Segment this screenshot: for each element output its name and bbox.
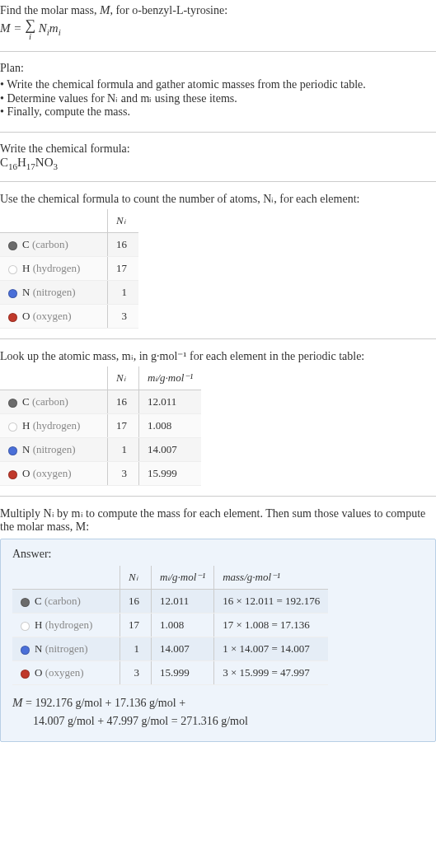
answer-table: Nᵢ mᵢ/g·mol⁻¹ mass/g·mol⁻¹ C (carbon)161… (12, 566, 328, 685)
count-atoms-section: Use the chemical formula to count the nu… (0, 189, 436, 332)
cell-n: 1 (108, 281, 139, 305)
element-dot-icon (8, 313, 17, 322)
lookup-mass-section: Look up the atomic mass, mᵢ, in g·mol⁻¹ … (0, 346, 436, 489)
element-dot-icon (8, 289, 17, 298)
table-row: O (oxygen)315.9993 × 15.999 = 47.997 (12, 661, 328, 685)
table-row: N (nitrogen)114.007 (0, 438, 201, 462)
plan-list: Write the chemical formula and gather at… (0, 78, 436, 119)
col-mass: mass/g·mol⁻¹ (214, 566, 329, 590)
cell-n: 17 (120, 614, 152, 637)
element-name: (hydrogen) (45, 618, 93, 631)
table-row: N (nitrogen)1 (0, 281, 138, 305)
lookup-mass-title: Look up the atomic mass, mᵢ, in g·mol⁻¹ … (0, 349, 436, 363)
col-m: mᵢ/g·mol⁻¹ (139, 366, 202, 390)
cell-n: 16 (108, 233, 139, 257)
cell-n: 3 (108, 305, 139, 329)
count-atoms-table: Nᵢ C (carbon)16H (hydrogen)17N (nitrogen… (0, 209, 138, 329)
write-formula-section: Write the chemical formula: C16H17NO3 (0, 139, 436, 175)
cell-mass: 3 × 15.999 = 47.997 (214, 661, 329, 685)
table-row: H (hydrogen)17 (0, 257, 138, 281)
element-dot-icon (8, 470, 17, 479)
divider (0, 132, 436, 133)
multiply-title: Multiply Nᵢ by mᵢ to compute the mass fo… (0, 506, 436, 534)
cell-m: 1.008 (139, 414, 202, 438)
table-row: O (oxygen)315.999 (0, 462, 201, 486)
cell-element: H (hydrogen) (12, 614, 120, 637)
cell-element: N (nitrogen) (0, 281, 108, 305)
element-symbol: O (22, 467, 30, 479)
plan-item: Write the chemical formula and gather at… (0, 78, 436, 91)
cell-m: 15.999 (152, 661, 214, 685)
element-dot-icon (8, 241, 17, 250)
col-blank (0, 366, 108, 390)
element-symbol: C (22, 238, 30, 250)
cell-m: 14.007 (139, 438, 202, 462)
col-n: Nᵢ (108, 209, 139, 233)
element-name: (hydrogen) (33, 262, 81, 274)
cell-n: 17 (108, 414, 139, 438)
cell-n: 1 (120, 637, 152, 661)
cell-element: O (oxygen) (12, 661, 120, 685)
col-blank (12, 566, 120, 590)
divider (0, 51, 436, 52)
answer-title: Answer: (12, 548, 424, 561)
answer-box: Answer: Nᵢ mᵢ/g·mol⁻¹ mass/g·mol⁻¹ C (ca… (0, 539, 436, 742)
final-molar-mass: M = 192.176 g/mol + 17.136 g/mol + 14.00… (12, 693, 424, 730)
element-dot-icon (8, 446, 17, 455)
cell-m: 14.007 (152, 637, 214, 661)
cell-element: N (nitrogen) (0, 438, 108, 462)
element-dot-icon (21, 622, 30, 631)
element-dot-icon (21, 598, 30, 607)
cell-mass: 17 × 1.008 = 17.136 (214, 614, 329, 637)
element-symbol: H (22, 262, 30, 274)
cell-m: 12.011 (139, 390, 202, 414)
table-row: C (carbon)16 (0, 233, 138, 257)
divider (0, 181, 436, 182)
plan-item: Finally, compute the mass. (0, 105, 436, 119)
element-dot-icon (8, 399, 17, 408)
element-symbol: C (22, 395, 30, 408)
plan-item: Determine values for Nᵢ and mᵢ using the… (0, 91, 436, 105)
cell-n: 1 (108, 438, 139, 462)
cell-n: 16 (108, 390, 139, 414)
plan-section: Plan: Write the chemical formula and gat… (0, 58, 436, 125)
element-symbol: N (22, 286, 30, 298)
element-symbol: H (22, 419, 30, 432)
element-name: (carbon) (45, 595, 81, 607)
cell-n: 3 (108, 462, 139, 486)
element-dot-icon (21, 670, 30, 679)
cell-element: O (oxygen) (0, 305, 108, 329)
element-dot-icon (8, 422, 17, 432)
cell-m: 12.011 (152, 590, 214, 614)
table-row: O (oxygen)3 (0, 305, 138, 329)
element-symbol: O (35, 666, 42, 679)
table-row: C (carbon)1612.011 (0, 390, 201, 414)
table-row: N (nitrogen)114.0071 × 14.007 = 14.007 (12, 637, 328, 661)
cell-n: 3 (120, 661, 152, 685)
cell-element: O (oxygen) (0, 462, 108, 486)
element-symbol: N (22, 443, 30, 455)
col-m: mᵢ/g·mol⁻¹ (152, 566, 214, 590)
cell-element: H (hydrogen) (0, 257, 108, 281)
cell-n: 16 (120, 590, 152, 614)
lookup-mass-table: Nᵢ mᵢ/g·mol⁻¹ C (carbon)1612.011H (hydro… (0, 366, 201, 486)
cell-mass: 16 × 12.011 = 192.176 (214, 590, 329, 614)
element-name: (carbon) (32, 395, 68, 408)
element-name: (carbon) (32, 238, 68, 250)
intro-line: Find the molar mass, M, for o-benzyl-L-t… (0, 3, 436, 17)
element-symbol: N (35, 642, 42, 655)
element-dot-icon (8, 265, 17, 274)
col-blank (0, 209, 108, 233)
molar-mass-formula: M = ∑i Nimi (0, 17, 436, 41)
cell-element: H (hydrogen) (0, 414, 108, 438)
element-symbol: H (35, 618, 42, 631)
sigma-icon: ∑i (25, 17, 35, 41)
cell-element: C (carbon) (12, 590, 120, 614)
col-n: Nᵢ (120, 566, 152, 590)
element-name: (oxygen) (33, 467, 72, 479)
cell-mass: 1 × 14.007 = 14.007 (214, 637, 329, 661)
intro-section: Find the molar mass, M, for o-benzyl-L-t… (0, 0, 436, 44)
cell-element: C (carbon) (0, 390, 108, 414)
cell-element: C (carbon) (0, 233, 108, 257)
cell-m: 1.008 (152, 614, 214, 637)
